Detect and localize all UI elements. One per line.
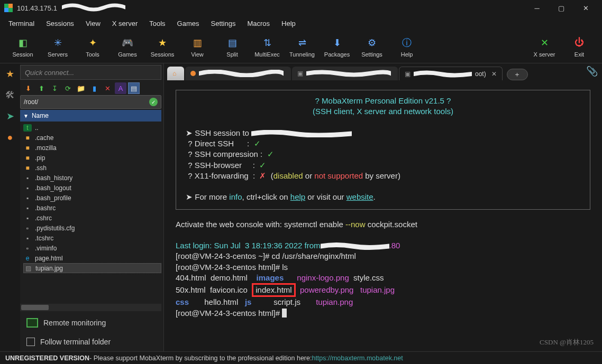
redaction-scribble-icon bbox=[321, 242, 389, 250]
toolbar-help[interactable]: ⓘHelp bbox=[389, 36, 424, 58]
toolbar-multiexec[interactable]: ⇅MultiExec bbox=[250, 36, 285, 58]
maximize-button[interactable]: ▢ bbox=[549, 0, 573, 16]
follow-terminal-checkbox[interactable]: Follow terminal folder bbox=[20, 332, 163, 351]
purchase-link[interactable]: https://mobaxterm.mobatek.net bbox=[312, 354, 403, 362]
games-icon: 🎮 bbox=[121, 36, 134, 49]
close-button[interactable]: ✕ bbox=[573, 0, 598, 16]
exit-icon: ⏻ bbox=[573, 36, 586, 49]
edge-icon: e bbox=[23, 255, 32, 262]
vtab-tools[interactable]: 🛠 bbox=[3, 88, 17, 102]
toolbar-tools[interactable]: ✦Tools bbox=[75, 36, 110, 58]
fbtn-delete[interactable]: ✕ bbox=[102, 82, 113, 94]
tab-bar: ⌂ ▣ ▣ oot) ✕ ＋ 📎 bbox=[164, 63, 602, 80]
file-row[interactable]: ▪.bash_logout bbox=[23, 183, 161, 193]
file-row[interactable]: ▫.viminfo bbox=[23, 243, 161, 253]
file-row[interactable]: ▪.bash_history bbox=[23, 173, 161, 183]
vtab-favorites[interactable]: ★ bbox=[3, 67, 17, 81]
toolbar-games[interactable]: 🎮Games bbox=[110, 36, 145, 58]
menu-terminal[interactable]: Terminal bbox=[3, 17, 40, 30]
file-row[interactable]: epage.html bbox=[23, 253, 161, 263]
toolbar-session[interactable]: ◧Session bbox=[5, 36, 40, 58]
redaction-scribble-icon bbox=[414, 70, 472, 78]
toolbar-tunneling[interactable]: ⇌Tunneling bbox=[285, 36, 320, 58]
fbtn-download[interactable]: ⬇ bbox=[22, 82, 34, 94]
toolbar-split[interactable]: ▤Split bbox=[215, 36, 250, 58]
fbtn-upload[interactable]: ⬆ bbox=[35, 82, 47, 94]
file-list-header[interactable]: ▼ Name bbox=[20, 110, 161, 122]
tab-session-active[interactable]: ▣ oot) ✕ bbox=[399, 67, 503, 80]
menu-view[interactable]: View bbox=[80, 17, 106, 30]
folder-icon: ■ bbox=[23, 144, 32, 152]
tunneling-icon: ⇌ bbox=[296, 36, 308, 49]
tools-icon: ✦ bbox=[86, 36, 99, 49]
file-row[interactable]: ▪.tcshrc bbox=[23, 233, 161, 243]
toolbar-xserver[interactable]: ✕X server bbox=[527, 36, 562, 58]
toolbar-settings[interactable]: ⚙Settings bbox=[354, 36, 389, 58]
menu-macros[interactable]: Macros bbox=[242, 17, 275, 30]
file-row[interactable]: ■.pip bbox=[23, 153, 161, 163]
toolbar-view[interactable]: ▥View bbox=[180, 36, 215, 58]
remote-monitoring-toggle[interactable]: Remote monitoring bbox=[20, 313, 163, 332]
vtab-send[interactable]: ➤ bbox=[3, 109, 17, 124]
status-dot-icon bbox=[190, 71, 196, 76]
svg-rect-2 bbox=[4, 8, 8, 12]
fbtn-newfile[interactable]: ▮ bbox=[88, 82, 100, 94]
menu-sessions[interactable]: Sessions bbox=[41, 17, 79, 30]
tab-session-2[interactable]: ▣ bbox=[292, 67, 398, 80]
toolbar-packages[interactable]: ⬇Packages bbox=[320, 36, 354, 58]
file-row[interactable]: ■.cache bbox=[23, 133, 161, 143]
sort-arrow-icon: ▼ bbox=[23, 113, 29, 119]
file-name: .pydistutils.cfg bbox=[35, 225, 75, 232]
unregistered-label: UNREGISTERED VERSION bbox=[5, 354, 89, 362]
fbtn-newfolder[interactable]: 📁 bbox=[75, 82, 87, 94]
highlighted-file: index.html bbox=[252, 283, 295, 297]
file-row[interactable]: ▪.bash_profile bbox=[23, 193, 161, 203]
menu-tools[interactable]: Tools bbox=[144, 17, 170, 30]
menu-settings[interactable]: Settings bbox=[206, 17, 241, 30]
quick-connect-input[interactable]: Quick connect... bbox=[20, 65, 161, 80]
new-tab-button[interactable]: ＋ bbox=[507, 69, 528, 80]
file-row[interactable]: ▫.pydistutils.cfg bbox=[23, 223, 161, 233]
horizontal-scrollbar[interactable] bbox=[20, 304, 161, 311]
file-name: .ssh bbox=[35, 164, 47, 172]
tab-close-icon[interactable]: ✕ bbox=[491, 70, 497, 78]
multiexec-icon: ⇅ bbox=[261, 36, 273, 49]
file-row[interactable]: ▨tupian.jpg bbox=[23, 263, 161, 273]
file-row[interactable]: ▪.bashrc bbox=[23, 203, 161, 213]
terminal-icon: ▣ bbox=[405, 70, 411, 78]
sidebar: ★ 🛠 ➤ ● Quick connect... ⬇ ⬆ ↧ ⟳ 📁 ▮ ✕ A… bbox=[0, 63, 164, 351]
fbtn-props[interactable]: A bbox=[115, 82, 126, 94]
servers-icon: ✳ bbox=[51, 36, 64, 49]
settings-icon: ⚙ bbox=[366, 36, 378, 49]
doc-icon: ▫ bbox=[23, 245, 32, 252]
redaction-scribble-icon bbox=[306, 70, 391, 77]
file-row[interactable]: ▪.cshrc bbox=[23, 213, 161, 223]
file-row[interactable]: ■.ssh bbox=[23, 163, 161, 173]
path-bar[interactable]: /root/ ✓ bbox=[20, 95, 161, 109]
toolbar-sessions[interactable]: ★Sessions bbox=[145, 36, 180, 58]
tab-home[interactable]: ⌂ bbox=[167, 67, 184, 80]
minimize-button[interactable]: ─ bbox=[525, 0, 549, 16]
fbtn-view[interactable]: ▤ bbox=[128, 82, 140, 94]
file-list: t..■.cache■.mozilla■.pip■.ssh▪.bash_hist… bbox=[20, 122, 163, 303]
menu-xserver[interactable]: X server bbox=[107, 17, 143, 30]
file-row[interactable]: ■.mozilla bbox=[23, 143, 161, 153]
fbtn-refresh[interactable]: ⟳ bbox=[62, 82, 74, 94]
paperclip-icon[interactable]: 📎 bbox=[586, 66, 598, 77]
menu-help[interactable]: Help bbox=[276, 17, 301, 30]
split-icon: ▤ bbox=[226, 36, 239, 49]
vtab-globe[interactable]: ● bbox=[3, 130, 17, 145]
file-icon: ▪ bbox=[23, 204, 32, 212]
x server-icon: ✕ bbox=[538, 36, 551, 49]
name-column-header: Name bbox=[32, 112, 49, 119]
file-name: .cache bbox=[35, 134, 53, 142]
tab-session-1[interactable] bbox=[185, 67, 291, 80]
menu-games[interactable]: Games bbox=[172, 17, 205, 30]
toolbar-exit[interactable]: ⏻Exit bbox=[562, 36, 597, 58]
file-name: .pip bbox=[35, 154, 45, 162]
file-row[interactable]: t.. bbox=[23, 123, 161, 133]
toolbar-servers[interactable]: ✳Servers bbox=[40, 36, 75, 58]
file-name: .bashrc bbox=[35, 204, 56, 212]
terminal-output[interactable]: ? MobaXterm Personal Edition v21.5 ? (SS… bbox=[164, 80, 602, 351]
fbtn-refresh-down[interactable]: ↧ bbox=[49, 82, 60, 94]
